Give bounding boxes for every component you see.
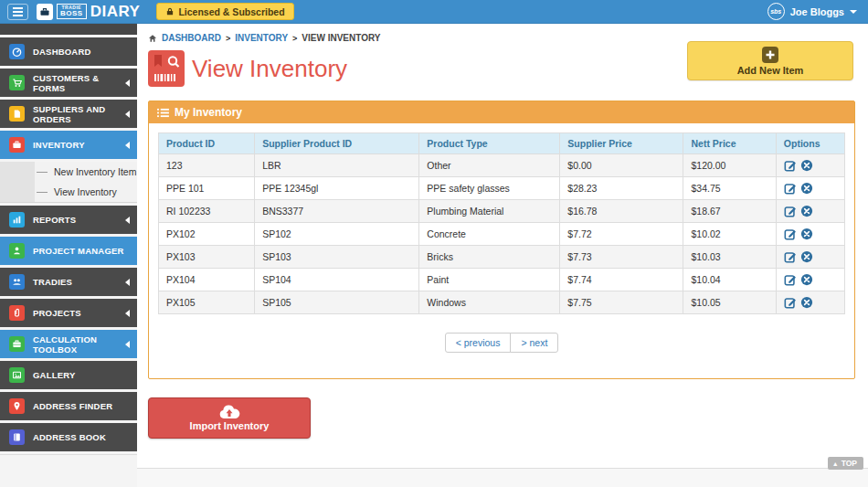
my-inventory-panel: My Inventory Product ID Supplier Product… [148, 101, 855, 379]
file-icon [9, 106, 25, 122]
chevron-left-icon [125, 79, 130, 87]
license-badge: Licensed & Subscribed [156, 3, 293, 20]
chevron-left-icon [125, 310, 130, 317]
sidebar-item-address-finder[interactable]: ADDRESS FINDER [0, 392, 137, 420]
delete-icon[interactable] [800, 205, 813, 217]
table-row: 123LBROther$0.00$120.00 [159, 154, 845, 177]
chevron-down-icon [850, 10, 857, 14]
breadcrumb: DASHBOARD > INVENTORY > VIEW INVENTORY [137, 24, 868, 43]
cloud-upload-icon [218, 405, 240, 419]
paperclip-icon [9, 305, 25, 321]
topbar: TRADIE BOSS DIARY Licensed & Subscribed … [0, 0, 868, 24]
lock-icon [165, 6, 175, 16]
table-header-row: Product ID Supplier Product ID Product T… [159, 133, 845, 154]
brand-name: DIARY [90, 3, 141, 21]
chevron-left-icon [125, 341, 130, 348]
edit-icon[interactable] [784, 205, 797, 217]
sidebar-item-project-manager[interactable]: PROJECT MANAGER [0, 237, 137, 265]
panel-header: My Inventory [149, 101, 854, 123]
inventory-submenu: New Inventory Item View Inventory [0, 162, 137, 203]
brand-logo[interactable]: TRADIE BOSS DIARY [37, 3, 140, 21]
col-supplier-price: Supplier Price [560, 133, 683, 154]
sidebar-item-customers-forms[interactable]: CUSTOMERS & FORMS [0, 69, 137, 97]
col-product-type: Product Type [419, 133, 560, 154]
submenu-item-new-inventory-item[interactable]: New Inventory Item [0, 162, 137, 182]
brand-box: TRADIE BOSS [57, 4, 87, 19]
book-icon [9, 429, 25, 445]
chevron-left-icon [125, 217, 130, 224]
map-pin-icon [9, 398, 25, 414]
toolbox-icon [9, 336, 25, 352]
edit-icon[interactable] [784, 159, 797, 172]
breadcrumb-inventory[interactable]: INVENTORY [235, 33, 288, 43]
delete-icon[interactable] [800, 273, 813, 286]
page-title: View Inventory [192, 55, 347, 83]
sidebar-item-calculation-toolbox[interactable]: CALCULATION TOOLBOX [0, 330, 137, 358]
panel-body: Product ID Supplier Product ID Product T… [149, 123, 854, 378]
chevron-left-icon [125, 142, 130, 149]
sidebar-item-tradies[interactable]: TRADIES [0, 268, 137, 296]
briefcase-logo-icon [37, 4, 53, 20]
person-icon [9, 243, 25, 259]
list-icon [157, 108, 169, 118]
sidebar-divider [0, 454, 137, 455]
breadcrumb-dashboard[interactable]: DASHBOARD [162, 33, 221, 43]
sidebar-top-strip [0, 24, 137, 35]
inventory-table: Product ID Supplier Product ID Product T… [158, 132, 845, 314]
next-page-button[interactable]: > next [510, 333, 558, 353]
dashboard-icon [9, 44, 25, 59]
add-new-item-button[interactable]: Add New Item [687, 41, 853, 80]
import-inventory-button[interactable]: Import Inventory [148, 397, 311, 439]
panel-title: My Inventory [175, 106, 242, 119]
sidebar-item-projects[interactable]: PROJECTS [0, 299, 137, 327]
col-options: Options [776, 133, 844, 154]
briefcase-icon [9, 137, 25, 153]
sidebar: DASHBOARD CUSTOMERS & FORMS SUPPLIERS AN… [0, 24, 137, 487]
table-row: PX105SP105Windows$7.75$10.05 [159, 291, 845, 314]
user-name: Joe Bloggs [790, 6, 844, 17]
edit-icon[interactable] [784, 296, 797, 309]
table-row: PX102SP102Concrete$7.72$10.02 [159, 223, 845, 246]
view-inventory-icon [148, 50, 185, 87]
sidebar-item-gallery[interactable]: GALLERY [0, 361, 137, 389]
footer [137, 468, 868, 487]
edit-icon[interactable] [784, 228, 797, 240]
menu-toggle-button[interactable] [7, 4, 28, 20]
edit-icon[interactable] [784, 182, 797, 195]
table-row: RI 102233BNS3377Plumbing Material$16.78$… [159, 200, 845, 223]
back-to-top-button[interactable]: ▲ TOP [828, 457, 863, 470]
home-icon [148, 34, 157, 43]
sidebar-item-suppliers-orders[interactable]: SUPPLIERS AND ORDERS [0, 100, 137, 128]
delete-icon[interactable] [800, 182, 813, 195]
submenu-item-view-inventory[interactable]: View Inventory [0, 182, 137, 202]
delete-icon[interactable] [800, 159, 813, 172]
people-icon [9, 274, 25, 290]
edit-icon[interactable] [784, 273, 797, 286]
table-row: PPE 101PPE 12345glPPE safety glasses$28.… [159, 177, 845, 200]
cart-icon [9, 75, 25, 90]
bar-chart-icon [9, 212, 25, 228]
chevron-left-icon [125, 111, 130, 118]
sidebar-item-reports[interactable]: REPORTS [0, 206, 137, 234]
col-product-id: Product ID [159, 133, 255, 154]
breadcrumb-current: VIEW INVENTORY [302, 33, 380, 43]
delete-icon[interactable] [800, 296, 813, 309]
previous-page-button[interactable]: < previous [445, 333, 512, 353]
edit-icon[interactable] [784, 250, 797, 263]
sidebar-item-inventory[interactable]: INVENTORY [0, 131, 137, 159]
plus-icon [762, 47, 778, 63]
delete-icon[interactable] [800, 250, 813, 263]
sidebar-item-dashboard[interactable]: DASHBOARD [0, 37, 137, 66]
chevron-left-icon [125, 279, 130, 286]
col-nett-price: Nett Price [683, 133, 776, 154]
image-icon [9, 367, 25, 383]
avatar: sbs [767, 3, 785, 20]
sidebar-item-address-book[interactable]: ADDRESS BOOK [0, 423, 137, 451]
arrow-up-icon: ▲ [832, 461, 839, 467]
delete-icon[interactable] [800, 228, 813, 240]
table-row: PX104SP104Paint$7.74$10.04 [159, 269, 845, 291]
user-menu[interactable]: sbs Joe Bloggs [767, 3, 857, 20]
col-supplier-product-id: Supplier Product ID [255, 133, 419, 154]
main-content: DASHBOARD > INVENTORY > VIEW INVENTORY V… [137, 24, 868, 487]
pagination: < previous> next [158, 333, 845, 353]
